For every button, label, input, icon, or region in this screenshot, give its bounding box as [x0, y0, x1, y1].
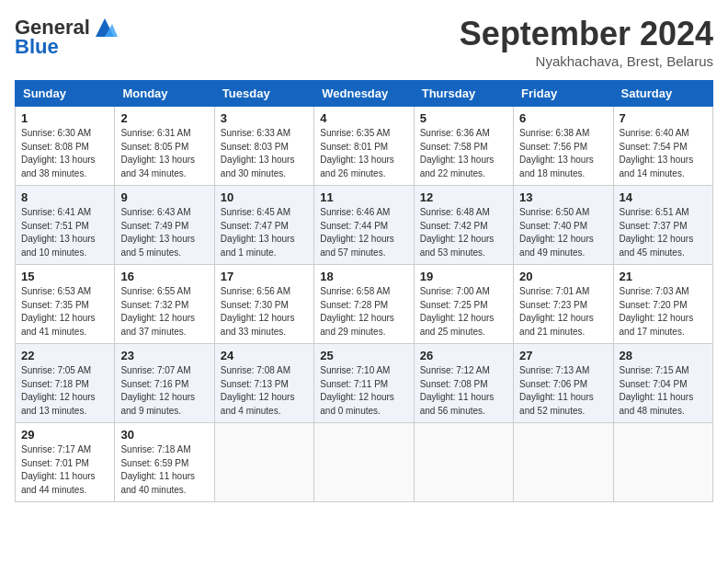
day-number: 24 — [221, 349, 308, 362]
calendar-cell: 8Sunrise: 6:41 AMSunset: 7:51 PMDaylight… — [16, 186, 115, 265]
calendar-cell: 27Sunrise: 7:13 AMSunset: 7:06 PMDayligh… — [514, 344, 613, 423]
day-number: 3 — [221, 111, 308, 125]
calendar-cell: 11Sunrise: 6:46 AMSunset: 7:44 PMDayligh… — [314, 186, 414, 265]
calendar-week-row: 8Sunrise: 6:41 AMSunset: 7:51 PMDaylight… — [16, 186, 713, 265]
day-number: 10 — [221, 190, 308, 204]
day-number: 15 — [21, 270, 108, 283]
day-info: Sunrise: 6:53 AMSunset: 7:35 PMDaylight:… — [21, 285, 108, 339]
day-number: 25 — [320, 349, 407, 362]
logo-blue-text: Blue — [15, 35, 59, 59]
calendar-cell: 9Sunrise: 6:43 AMSunset: 7:49 PMDaylight… — [115, 186, 214, 265]
calendar-cell: 20Sunrise: 7:01 AMSunset: 7:23 PMDayligh… — [514, 265, 613, 344]
day-info: Sunrise: 6:33 AMSunset: 8:03 PMDaylight:… — [221, 127, 308, 180]
calendar-cell: 14Sunrise: 6:51 AMSunset: 7:37 PMDayligh… — [613, 186, 712, 265]
calendar-cell: 17Sunrise: 6:56 AMSunset: 7:30 PMDayligh… — [214, 265, 313, 344]
day-number: 27 — [519, 349, 607, 362]
calendar-week-row: 22Sunrise: 7:05 AMSunset: 7:18 PMDayligh… — [16, 344, 713, 423]
day-info: Sunrise: 6:31 AMSunset: 8:05 PMDaylight:… — [120, 127, 208, 180]
day-number: 6 — [519, 111, 607, 125]
calendar-cell: 30Sunrise: 7:18 AMSunset: 6:59 PMDayligh… — [115, 423, 214, 502]
day-info: Sunrise: 6:43 AMSunset: 7:49 PMDaylight:… — [120, 206, 208, 259]
calendar-cell: 21Sunrise: 7:03 AMSunset: 7:20 PMDayligh… — [613, 265, 712, 344]
day-info: Sunrise: 7:08 AMSunset: 7:13 PMDaylight:… — [221, 364, 308, 418]
calendar-cell: 12Sunrise: 6:48 AMSunset: 7:42 PMDayligh… — [414, 186, 513, 265]
day-info: Sunrise: 7:07 AMSunset: 7:16 PMDaylight:… — [120, 364, 208, 418]
calendar-cell: 5Sunrise: 6:36 AMSunset: 7:58 PMDaylight… — [414, 107, 513, 186]
calendar-cell: 29Sunrise: 7:17 AMSunset: 7:01 PMDayligh… — [16, 423, 115, 502]
day-number: 23 — [120, 349, 208, 362]
logo: General Blue — [15, 15, 118, 59]
day-info: Sunrise: 6:50 AMSunset: 7:40 PMDaylight:… — [519, 206, 607, 259]
calendar-cell — [613, 423, 712, 502]
day-info: Sunrise: 7:00 AMSunset: 7:25 PMDaylight:… — [420, 285, 507, 339]
calendar-cell: 1Sunrise: 6:30 AMSunset: 8:08 PMDaylight… — [16, 107, 115, 186]
day-number: 20 — [519, 270, 607, 283]
calendar-cell: 19Sunrise: 7:00 AMSunset: 7:25 PMDayligh… — [414, 265, 513, 344]
calendar-table: SundayMondayTuesdayWednesdayThursdayFrid… — [15, 80, 713, 502]
calendar-cell: 25Sunrise: 7:10 AMSunset: 7:11 PMDayligh… — [314, 344, 414, 423]
day-info: Sunrise: 7:12 AMSunset: 7:08 PMDaylight:… — [420, 364, 507, 418]
day-number: 11 — [320, 190, 407, 204]
col-header-wednesday: Wednesday — [314, 81, 414, 107]
day-info: Sunrise: 7:05 AMSunset: 7:18 PMDaylight:… — [21, 364, 108, 418]
day-info: Sunrise: 7:01 AMSunset: 7:23 PMDaylight:… — [519, 285, 607, 339]
day-number: 5 — [420, 111, 507, 125]
day-number: 1 — [21, 111, 108, 125]
day-number: 9 — [120, 190, 208, 204]
month-title: September 2024 — [460, 15, 713, 53]
day-info: Sunrise: 6:55 AMSunset: 7:32 PMDaylight:… — [120, 285, 208, 339]
day-number: 2 — [120, 111, 208, 125]
day-info: Sunrise: 7:03 AMSunset: 7:20 PMDaylight:… — [620, 285, 707, 339]
logo-icon — [92, 15, 118, 40]
day-number: 12 — [420, 190, 507, 204]
col-header-tuesday: Tuesday — [214, 81, 313, 107]
day-number: 26 — [420, 349, 507, 362]
col-header-sunday: Sunday — [16, 81, 115, 107]
calendar-cell — [314, 423, 414, 502]
day-number: 30 — [120, 428, 208, 442]
calendar-week-row: 1Sunrise: 6:30 AMSunset: 8:08 PMDaylight… — [16, 107, 713, 186]
day-info: Sunrise: 6:58 AMSunset: 7:28 PMDaylight:… — [320, 285, 407, 339]
day-number: 18 — [320, 270, 407, 283]
day-info: Sunrise: 6:30 AMSunset: 8:08 PMDaylight:… — [21, 127, 108, 180]
day-number: 28 — [620, 349, 707, 362]
day-info: Sunrise: 6:48 AMSunset: 7:42 PMDaylight:… — [420, 206, 507, 259]
day-number: 13 — [519, 190, 607, 204]
calendar-cell: 23Sunrise: 7:07 AMSunset: 7:16 PMDayligh… — [115, 344, 214, 423]
calendar-cell: 13Sunrise: 6:50 AMSunset: 7:40 PMDayligh… — [514, 186, 613, 265]
col-header-friday: Friday — [514, 81, 613, 107]
day-number: 19 — [420, 270, 507, 283]
day-info: Sunrise: 6:38 AMSunset: 7:56 PMDaylight:… — [519, 127, 607, 180]
day-info: Sunrise: 7:18 AMSunset: 6:59 PMDaylight:… — [120, 443, 208, 497]
calendar-cell: 16Sunrise: 6:55 AMSunset: 7:32 PMDayligh… — [115, 265, 214, 344]
day-number: 8 — [21, 190, 108, 204]
calendar-cell: 24Sunrise: 7:08 AMSunset: 7:13 PMDayligh… — [214, 344, 313, 423]
calendar-cell: 22Sunrise: 7:05 AMSunset: 7:18 PMDayligh… — [16, 344, 115, 423]
day-number: 16 — [120, 270, 208, 283]
title-section: September 2024 Nyakhachava, Brest, Belar… — [460, 15, 713, 69]
calendar-cell: 10Sunrise: 6:45 AMSunset: 7:47 PMDayligh… — [214, 186, 313, 265]
calendar-cell: 28Sunrise: 7:15 AMSunset: 7:04 PMDayligh… — [613, 344, 712, 423]
calendar-cell: 15Sunrise: 6:53 AMSunset: 7:35 PMDayligh… — [16, 265, 115, 344]
calendar-week-row: 15Sunrise: 6:53 AMSunset: 7:35 PMDayligh… — [16, 265, 713, 344]
calendar-cell: 26Sunrise: 7:12 AMSunset: 7:08 PMDayligh… — [414, 344, 513, 423]
location-subtitle: Nyakhachava, Brest, Belarus — [460, 53, 713, 69]
calendar-header-row: SundayMondayTuesdayWednesdayThursdayFrid… — [16, 81, 713, 107]
day-number: 22 — [21, 349, 108, 362]
day-info: Sunrise: 6:51 AMSunset: 7:37 PMDaylight:… — [620, 206, 707, 259]
calendar-cell: 2Sunrise: 6:31 AMSunset: 8:05 PMDaylight… — [115, 107, 214, 186]
day-number: 4 — [320, 111, 407, 125]
calendar-cell — [214, 423, 313, 502]
day-info: Sunrise: 6:35 AMSunset: 8:01 PMDaylight:… — [320, 127, 407, 180]
day-number: 21 — [620, 270, 707, 283]
day-info: Sunrise: 6:41 AMSunset: 7:51 PMDaylight:… — [21, 206, 108, 259]
calendar-cell: 4Sunrise: 6:35 AMSunset: 8:01 PMDaylight… — [314, 107, 414, 186]
day-number: 14 — [620, 190, 707, 204]
day-info: Sunrise: 6:56 AMSunset: 7:30 PMDaylight:… — [221, 285, 308, 339]
calendar-cell: 6Sunrise: 6:38 AMSunset: 7:56 PMDaylight… — [514, 107, 613, 186]
day-info: Sunrise: 7:10 AMSunset: 7:11 PMDaylight:… — [320, 364, 407, 418]
col-header-thursday: Thursday — [414, 81, 513, 107]
day-info: Sunrise: 6:36 AMSunset: 7:58 PMDaylight:… — [420, 127, 507, 180]
day-info: Sunrise: 6:40 AMSunset: 7:54 PMDaylight:… — [620, 127, 707, 180]
calendar-week-row: 29Sunrise: 7:17 AMSunset: 7:01 PMDayligh… — [16, 423, 713, 502]
